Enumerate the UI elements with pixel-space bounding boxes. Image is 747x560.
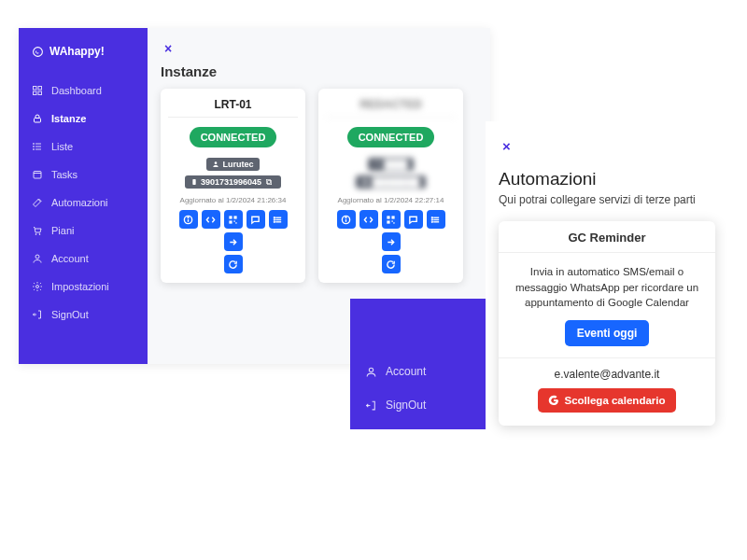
svg-rect-42 — [391, 216, 394, 218]
close-icon[interactable]: × — [499, 136, 514, 156]
sidebar-item-label: Istanze — [51, 113, 86, 124]
phone-label: 3901731996045 — [201, 177, 261, 187]
svg-rect-21 — [266, 179, 270, 183]
user-icon — [365, 366, 377, 378]
sidebar-item-impostazioni[interactable]: Impostazioni — [19, 273, 148, 301]
svg-rect-28 — [233, 220, 234, 221]
calendar-icon — [32, 169, 43, 180]
action-row — [326, 210, 456, 251]
sidebar-item-signout[interactable]: SignOut — [19, 301, 148, 329]
svg-point-35 — [274, 221, 275, 222]
chat-button[interactable] — [247, 210, 265, 229]
sidebar-item-label: SignOut — [386, 399, 426, 412]
info-icon — [183, 215, 193, 225]
forward-button[interactable] — [382, 232, 401, 251]
gc-reminder-card: GC Reminder Invia in automatico SMS/emai… — [499, 221, 715, 426]
svg-rect-2 — [38, 87, 42, 91]
sidebar-item-label: Dashboard — [51, 85, 102, 96]
user-icon — [374, 161, 381, 168]
refresh-button[interactable] — [382, 255, 401, 273]
svg-rect-4 — [38, 91, 42, 95]
phone-icon — [190, 178, 198, 186]
svg-rect-41 — [387, 216, 389, 218]
phone-chip[interactable]: 3901731996045 — [185, 175, 281, 189]
phone-chip-redacted: ████████ — [356, 175, 425, 189]
code-button[interactable] — [202, 210, 220, 229]
forward-icon — [228, 237, 238, 247]
phone-label: ████████ — [372, 177, 419, 187]
instance-name-redacted: REDACTED — [326, 98, 456, 118]
svg-rect-20 — [268, 181, 272, 185]
forward-button[interactable] — [224, 232, 243, 251]
svg-point-51 — [431, 221, 432, 222]
svg-rect-25 — [229, 216, 232, 218]
secondary-sidebar-fragment: Account SignOut — [350, 299, 490, 429]
google-icon — [548, 395, 559, 406]
updated-text: Aggiornato al 1/2/2024 22:27:14 — [326, 196, 456, 204]
sidebar-item-piani[interactable]: Piani — [19, 217, 148, 245]
svg-point-34 — [274, 219, 275, 220]
sidebar: WAhappy! Dashboard Istanze Liste Tasks A… — [19, 28, 148, 364]
list-icon — [32, 141, 43, 152]
sidebar-item-automazioni[interactable]: Automazioni — [19, 189, 148, 217]
instance-card: REDACTED CONNECTED ████ ████████ Aggiorn… — [318, 89, 463, 283]
disconnect-label: Scollega calendario — [564, 395, 665, 406]
svg-point-50 — [431, 219, 432, 220]
svg-point-0 — [34, 47, 43, 56]
sidebar-item-tasks[interactable]: Tasks — [19, 161, 148, 189]
qr-icon — [386, 215, 396, 225]
svg-point-52 — [369, 368, 373, 371]
svg-rect-27 — [229, 220, 232, 223]
svg-rect-3 — [34, 91, 37, 95]
chat-icon — [408, 215, 418, 225]
cart-icon — [32, 225, 43, 236]
close-icon[interactable]: × — [161, 39, 176, 58]
brand-label: WAhappy! — [49, 45, 105, 58]
info-button[interactable] — [337, 210, 356, 229]
page-title: Instanze — [161, 63, 477, 79]
gear-icon — [32, 281, 43, 292]
sidebar-item-label: Impostazioni — [51, 281, 109, 292]
card-description: Invia in automatico SMS/email o messaggi… — [499, 253, 715, 320]
sidebar-item-label: Tasks — [51, 169, 78, 180]
code-button[interactable] — [359, 210, 378, 229]
eventi-oggi-button[interactable]: Eventi oggi — [565, 320, 650, 346]
scollega-calendario-button[interactable]: Scollega calendario — [538, 388, 675, 413]
sidebar-item-account[interactable]: Account — [19, 245, 148, 273]
svg-point-14 — [35, 234, 36, 235]
sidebar-item-dashboard[interactable]: Dashboard — [19, 77, 148, 105]
status-badge: CONNECTED — [190, 127, 277, 147]
info-button[interactable] — [179, 210, 198, 229]
info-icon — [341, 215, 351, 225]
copy-icon — [265, 178, 273, 186]
list-button[interactable] — [427, 210, 445, 229]
svg-point-17 — [36, 286, 39, 288]
chat-button[interactable] — [404, 210, 423, 229]
svg-point-36 — [376, 161, 379, 164]
dashboard-icon — [32, 85, 43, 96]
code-icon — [205, 215, 216, 225]
svg-rect-43 — [387, 220, 389, 223]
sidebar-item-label: Account — [386, 365, 426, 378]
chat-icon — [250, 215, 261, 225]
qr-button[interactable] — [224, 210, 243, 229]
list-button[interactable] — [269, 210, 288, 229]
svg-point-16 — [35, 255, 39, 259]
instance-card: LRT-01 CONNECTED Lurutec 3901731996045 A… — [161, 89, 305, 283]
sidebar-item-signout[interactable]: SignOut — [350, 388, 490, 422]
sidebar-item-liste[interactable]: Liste — [19, 133, 148, 161]
sidebar-item-account[interactable]: Account — [350, 355, 490, 388]
list-icon — [430, 215, 441, 225]
action-row-2 — [168, 255, 298, 273]
refresh-button[interactable] — [224, 255, 243, 273]
forward-icon — [386, 237, 396, 247]
sidebar-item-istanze[interactable]: Istanze — [19, 105, 148, 133]
user-icon — [212, 161, 219, 168]
signout-icon — [365, 399, 377, 412]
qr-button[interactable] — [382, 210, 401, 229]
phone-icon — [361, 178, 369, 186]
status-badge: CONNECTED — [347, 127, 435, 147]
list-icon — [273, 215, 283, 225]
card-title: GC Reminder — [499, 221, 715, 253]
owner-chip-redacted: ████ — [368, 158, 414, 171]
